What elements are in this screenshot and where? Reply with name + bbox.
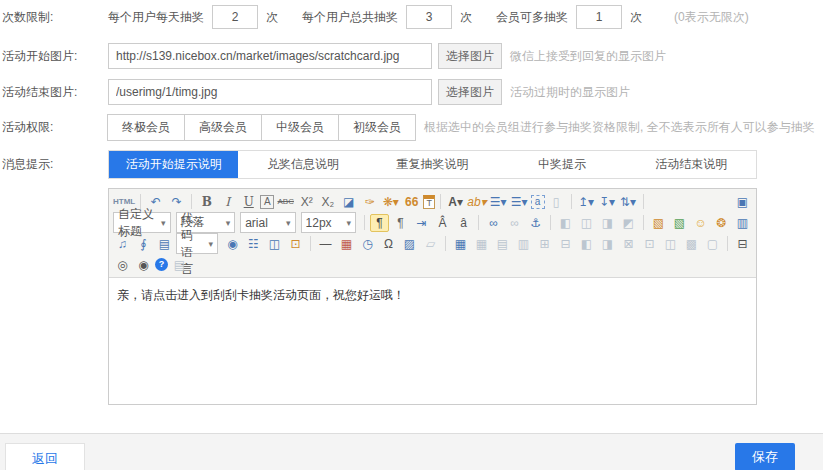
merge-cells-icon[interactable]: ◫ — [661, 235, 680, 253]
font-size-select[interactable]: 12px ▾ — [301, 212, 356, 233]
tab-label: 兑奖信息说明 — [267, 156, 339, 173]
map-icon[interactable]: ▱ — [421, 235, 440, 253]
insert-row-above-icon[interactable]: ⊞ — [535, 235, 554, 253]
margin-bottom-icon[interactable]: ↧▾ — [598, 193, 617, 211]
emoticon-icon[interactable]: ☺ — [691, 214, 710, 232]
font-color-icon[interactable]: A▾ — [446, 193, 465, 211]
link-icon[interactable]: ∞ — [484, 214, 503, 232]
superscript-icon[interactable]: X² — [297, 193, 316, 211]
image-align-left-icon[interactable]: ◧ — [556, 214, 575, 232]
end-image-url-input[interactable] — [108, 79, 432, 105]
remove-format-icon[interactable]: ◪ — [339, 193, 358, 211]
form-icon[interactable]: ▨ — [400, 235, 419, 253]
insert-col-left-icon[interactable]: ◧ — [577, 235, 596, 253]
format-painter-icon[interactable]: ✑ — [360, 193, 379, 211]
anchor-icon[interactable]: ⚓ — [526, 214, 545, 232]
find-replace-icon[interactable]: ◉ — [134, 256, 153, 274]
separator — [445, 236, 446, 251]
tab-redeem-info[interactable]: 兑奖信息说明 — [238, 151, 367, 178]
image-align-center-icon[interactable]: ◫ — [577, 214, 596, 232]
unlink-icon[interactable]: ∞ — [505, 214, 524, 232]
bold-icon[interactable]: B — [197, 193, 216, 211]
line-height-icon[interactable]: ⇅▾ — [619, 193, 638, 211]
ordered-list-icon[interactable]: ☰▾ — [489, 193, 508, 211]
screenshot-icon[interactable]: ⊡ — [286, 235, 305, 253]
anchor-small-icon[interactable]: a — [531, 195, 545, 209]
insert-row-below-icon[interactable]: ⊟ — [556, 235, 575, 253]
redo-icon[interactable]: ↷ — [167, 193, 186, 211]
blank-page-icon[interactable]: ▯ — [547, 193, 566, 211]
member-group-buttons: 终极会员高级会员中级会员初级会员 — [108, 114, 416, 141]
net-image-icon[interactable]: ▧ — [670, 214, 689, 232]
image-align-right-icon[interactable]: ◨ — [598, 214, 617, 232]
hr-icon[interactable]: — — [316, 235, 335, 253]
toolbar-row-2: 自定义标题 ▾ 段落 ▾ arial ▾ 12px ▾ — [113, 212, 752, 233]
cell-properties-icon[interactable]: ▥ — [514, 235, 533, 253]
insert-col-right-icon[interactable]: ◨ — [598, 235, 617, 253]
delete-col-icon[interactable]: ⊡ — [640, 235, 659, 253]
member-group-ultimate-button[interactable]: 终极会员 — [107, 114, 185, 141]
attachment-icon[interactable]: ∮ — [134, 235, 153, 253]
member-group-senior-button[interactable]: 高级会员 — [184, 114, 262, 141]
insert-code-icon[interactable]: ◉ — [223, 235, 242, 253]
heading-select[interactable]: 自定义标题 ▾ — [113, 212, 171, 233]
margin-top-icon[interactable]: ↥▾ — [577, 193, 596, 211]
music-icon[interactable]: ♫ — [113, 235, 132, 253]
lowercase-icon[interactable]: â — [454, 214, 473, 232]
paragraph-indent-icon[interactable]: ⇥ — [412, 214, 431, 232]
columns-icon[interactable]: ◫ — [265, 235, 284, 253]
tab-activity-end[interactable]: 活动结束说明 — [627, 151, 756, 178]
editor-content[interactable]: 亲，请点击进入到刮刮卡抽奖活动页面，祝您好运哦！ — [109, 278, 756, 404]
insert-file-icon[interactable]: ▤ — [155, 235, 174, 253]
italic-icon[interactable]: I — [218, 193, 237, 211]
page-break-icon[interactable]: ☷ — [244, 235, 263, 253]
tab-activity-start-message[interactable]: 活动开始提示说明 — [109, 151, 238, 178]
underline-icon[interactable]: U — [239, 193, 258, 211]
rtl-paragraph-icon[interactable]: ¶ — [391, 214, 410, 232]
table-properties-icon[interactable]: ▤ — [493, 235, 512, 253]
start-image-pick-button[interactable]: 选择图片 — [438, 43, 502, 69]
highlight-color-icon[interactable]: ab▾ — [467, 193, 486, 211]
code-language-select[interactable]: 代码语言 ▾ — [176, 233, 218, 254]
blockquote-icon[interactable]: 66 — [402, 193, 421, 211]
font-family-select[interactable]: arial ▾ — [240, 212, 295, 233]
start-image-url-input[interactable] — [108, 43, 432, 69]
back-button[interactable]: 返回 — [5, 443, 85, 470]
time-icon[interactable]: ◷ — [358, 235, 377, 253]
paste-as-text-icon[interactable]: T — [423, 195, 435, 209]
font-box-icon[interactable]: A — [260, 195, 274, 209]
uppercase-icon[interactable]: Â — [433, 214, 452, 232]
subscript-icon[interactable]: X₂ — [318, 193, 337, 211]
toolbar-row-3: ♫∮▤ 代码语言 ▾ ◉☷◫⊡—▦◷Ω▨▱▦▦▤▥⊞⊟◧◨⊠⊡◫▩▢⊟ — [113, 233, 752, 254]
member-group-middle-button[interactable]: 中级会员 — [261, 114, 339, 141]
image-block-icon[interactable]: ◩ — [619, 214, 638, 232]
preview-icon[interactable]: ◎ — [113, 256, 132, 274]
media-icon[interactable]: ▥ — [733, 214, 752, 232]
delete-row-icon[interactable]: ⊠ — [619, 235, 638, 253]
calendar-icon[interactable]: ▦ — [337, 235, 356, 253]
daily-draw-count-input[interactable] — [212, 5, 258, 29]
unordered-list-icon[interactable]: ☰▾ — [510, 193, 529, 211]
delete-table-icon[interactable]: ▦ — [472, 235, 491, 253]
omega-icon[interactable]: Ω — [379, 235, 398, 253]
strikethrough-icon[interactable]: ABC — [276, 193, 295, 211]
split-cells-icon[interactable]: ▩ — [682, 235, 701, 253]
palette-icon[interactable]: ❂ — [712, 214, 731, 232]
tab-repeat-draw[interactable]: 重复抽奖说明 — [368, 151, 497, 178]
chevron-down-icon: ▾ — [286, 218, 291, 228]
help-icon[interactable]: ? — [155, 258, 168, 271]
fullscreen-icon[interactable]: ▣ — [733, 193, 752, 211]
print-icon[interactable]: ⊟ — [733, 235, 752, 253]
total-draw-count-input[interactable] — [406, 5, 452, 29]
color-splash-icon[interactable]: ❋▾ — [381, 193, 400, 211]
doc-icon[interactable]: ▢ — [703, 235, 722, 253]
member-group-junior-button[interactable]: 初级会员 — [338, 114, 416, 141]
paste-icon[interactable]: ▤ — [170, 256, 189, 274]
table-icon[interactable]: ▦ — [451, 235, 470, 253]
ltr-paragraph-icon[interactable]: ¶ — [370, 214, 389, 232]
end-image-pick-button[interactable]: 选择图片 — [438, 79, 502, 105]
tab-win-message[interactable]: 中奖提示 — [497, 151, 626, 178]
member-extra-draw-input[interactable] — [576, 5, 622, 29]
save-button[interactable]: 保存 — [735, 443, 795, 470]
image-icon[interactable]: ▧ — [649, 214, 668, 232]
